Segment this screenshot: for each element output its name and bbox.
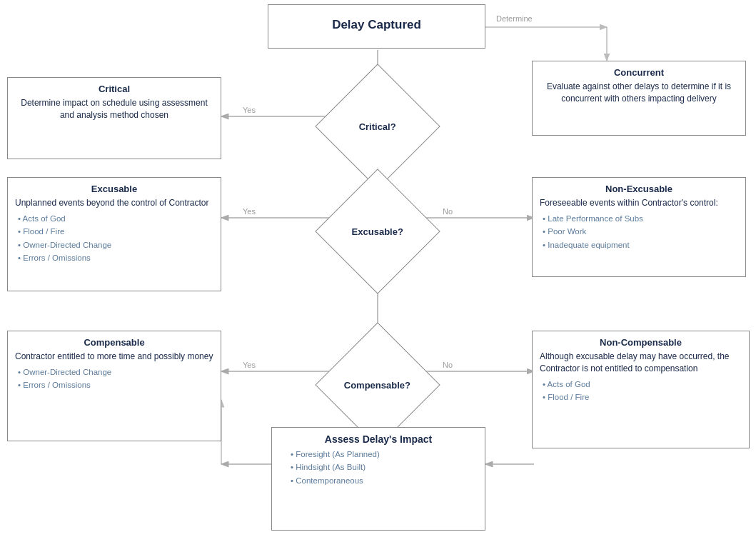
concurrent-box-title: Concurrent xyxy=(540,67,738,78)
excusable-box-list: Acts of God Flood / Fire Owner-Directed … xyxy=(15,212,213,265)
determine-label: Determine xyxy=(496,14,533,23)
delay-captured-box: Delay Captured xyxy=(268,4,485,49)
non-compensable-list-item-2: Flood / Fire xyxy=(543,391,742,403)
compensable-box-title: Compensable xyxy=(15,337,213,348)
assess-impact-box-list: Foresight (As Planned) Hindsight (As Bui… xyxy=(279,448,478,487)
non-excusable-list-item-1: Late Performance of Subs xyxy=(543,212,738,225)
excusable-list-item-1: Acts of God xyxy=(18,212,213,225)
excusable-box-title: Excusable xyxy=(15,184,213,194)
excusable-list-item-3: Owner-Directed Change xyxy=(18,239,213,251)
concurrent-box: Concurrent Evaluate against other delays… xyxy=(532,61,746,136)
compensable-question-diamond: Compensable? xyxy=(333,341,422,429)
flowchart-diagram: Determine Yes No Yes No Yes No Delay Cap… xyxy=(0,0,756,542)
excusable-question-diamond: Excusable? xyxy=(333,187,422,276)
non-compensable-box: Non-Compensable Although excusable delay… xyxy=(532,331,750,448)
no3-label: No xyxy=(443,361,453,369)
non-excusable-box-title: Non-Excusable xyxy=(540,184,738,194)
assess-impact-box: Assess Delay's Impact Foresight (As Plan… xyxy=(271,427,485,531)
compensable-list-item-2: Errors / Omissions xyxy=(18,378,213,391)
no2-label: No xyxy=(443,207,453,216)
compensable-box-list: Owner-Directed Change Errors / Omissions xyxy=(15,366,213,392)
non-compensable-box-title: Non-Compensable xyxy=(540,337,742,348)
excusable-box-text: Unplanned events beyond the control of C… xyxy=(15,197,213,209)
non-excusable-list-item-3: Inadequate equipment xyxy=(543,239,738,251)
excusable-list-item-2: Flood / Fire xyxy=(18,225,213,238)
delay-captured-title: Delay Captured xyxy=(332,18,421,32)
compensable-list-item-1: Owner-Directed Change xyxy=(18,366,213,378)
critical-box: Critical Determine impact on schedule us… xyxy=(7,77,221,159)
critical-box-title: Critical xyxy=(15,84,213,94)
compensable-box-text: Contractor entitled to more time and pos… xyxy=(15,351,213,363)
assess-list-item-2: Hindsight (As Built) xyxy=(291,461,478,473)
yes2-label: Yes xyxy=(243,207,256,216)
assess-impact-box-title: Assess Delay's Impact xyxy=(279,433,478,445)
critical-question-diamond: Critical? xyxy=(333,82,422,171)
non-compensable-box-text: Although excusable delay may have occurr… xyxy=(540,351,742,375)
compensable-box: Compensable Contractor entitled to more … xyxy=(7,331,221,441)
excusable-question-label: Excusable? xyxy=(352,226,403,236)
excusable-list-item-4: Errors / Omissions xyxy=(18,251,213,264)
assess-list-item-3: Contemporaneous xyxy=(291,474,478,487)
non-compensable-list-item-1: Acts of God xyxy=(543,378,742,391)
compensable-question-label: Compensable? xyxy=(344,380,410,391)
non-excusable-box: Non-Excusable Foreseeable events within … xyxy=(532,177,746,277)
excusable-box: Excusable Unplanned events beyond the co… xyxy=(7,177,221,291)
critical-box-text: Determine impact on schedule using asses… xyxy=(15,97,213,121)
critical-question-label: Critical? xyxy=(359,121,396,131)
assess-list-item-1: Foresight (As Planned) xyxy=(291,448,478,461)
yes1-label: Yes xyxy=(243,106,256,114)
non-excusable-box-text: Foreseeable events within Contractor's c… xyxy=(540,197,738,209)
concurrent-box-text: Evaluate against other delays to determi… xyxy=(540,81,738,105)
yes3-label: Yes xyxy=(243,361,256,369)
non-compensable-box-list: Acts of God Flood / Fire xyxy=(540,378,742,404)
non-excusable-list-item-2: Poor Work xyxy=(543,225,738,238)
non-excusable-box-list: Late Performance of Subs Poor Work Inade… xyxy=(540,212,738,251)
